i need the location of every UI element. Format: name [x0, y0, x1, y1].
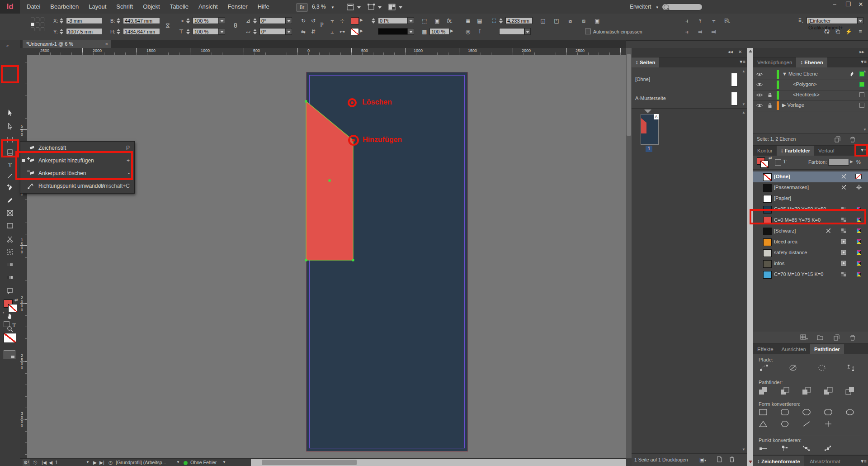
shear-dropdown[interactable] — [286, 28, 292, 35]
tint-field[interactable] — [828, 159, 849, 166]
pathfinder-intersect-icon[interactable] — [802, 387, 811, 396]
toolbar-grip[interactable] — [4, 50, 16, 52]
styles-panel-menu-icon[interactable]: ▼≡ — [860, 459, 866, 464]
scale-x-spinner[interactable] — [186, 17, 190, 24]
menu-hilfe[interactable]: Hilfe — [253, 0, 274, 14]
menu-item-ankerpunkt-hinzuf-gen[interactable]: Ankerpunkt hinzufügen+ — [20, 154, 134, 167]
layer-name[interactable]: <Rechteck> — [793, 92, 820, 97]
scissors-tool[interactable] — [3, 234, 17, 246]
page-number-field[interactable]: 1 — [55, 459, 85, 466]
flip-horizontal-icon[interactable]: ⇋ — [299, 28, 307, 35]
swatches-panel-menu-icon[interactable]: ▼≡ — [860, 147, 866, 152]
next-page-icon[interactable]: ▶ — [93, 459, 97, 466]
layer-row[interactable]: ▼ Meine Ebene — [753, 69, 868, 80]
tab-close-icon[interactable]: × — [105, 40, 108, 48]
minimize-button[interactable]: – — [828, 0, 841, 10]
convert-shape-icon-1[interactable] — [780, 409, 789, 417]
visibility-eye-icon[interactable] — [756, 81, 763, 90]
object-effects-icon[interactable]: ▣ — [433, 17, 441, 24]
lock-icon[interactable] — [767, 92, 773, 100]
page-size-icon[interactable]: ▣▾ — [699, 456, 706, 463]
align-right-icon[interactable]: ⫟ — [710, 17, 718, 24]
delete-layer-icon[interactable] — [849, 136, 856, 144]
visibility-eye-icon[interactable] — [756, 102, 763, 110]
convert-point-icon-3[interactable] — [824, 445, 833, 453]
horizontal-ruler[interactable]: 250020001500100050005001000150020002500 — [27, 48, 626, 55]
bridge-button[interactable]: Br — [296, 3, 308, 12]
shear-field[interactable]: 0° — [259, 28, 286, 35]
rotate-cw-icon[interactable]: ↻ — [299, 17, 307, 24]
line-tool[interactable] — [3, 171, 17, 183]
free-transform-tool[interactable] — [3, 247, 17, 259]
x-field[interactable]: -3 mm — [66, 17, 102, 24]
direct-selection-tool[interactable] — [3, 121, 17, 133]
convert-shape-icon-2[interactable] — [802, 409, 811, 417]
convert-shape-icon-8[interactable] — [824, 420, 833, 429]
y-spinner[interactable] — [60, 28, 64, 35]
scroll-up-icon[interactable]: ▲ — [742, 110, 745, 114]
constrain-scale-icon[interactable]: 8 — [231, 22, 240, 29]
menu-datei[interactable]: Datei — [22, 0, 45, 14]
close-button[interactable]: ✕ — [854, 0, 867, 10]
scale-x-dropdown[interactable] — [219, 17, 225, 24]
rotate-spinner[interactable] — [253, 17, 257, 24]
stroke-weight-spinner[interactable] — [372, 17, 376, 24]
convert-point-icon-2[interactable] — [802, 445, 811, 453]
fill-frame-proportionally-icon[interactable]: ⧈ — [580, 17, 588, 24]
flip-vertical-icon[interactable]: ⇵ — [309, 28, 317, 35]
preflight-menu-icon[interactable]: ⚙! — [23, 459, 30, 466]
close-dock-icon[interactable]: ✕ — [738, 49, 742, 54]
w-field[interactable]: 449,647 mm — [123, 17, 160, 24]
swatch-row--passermarken-[interactable]: [Passermarken] — [753, 182, 868, 193]
last-page-icon[interactable]: ▶| — [99, 459, 104, 466]
profile-dropdown-icon[interactable]: ▼ — [176, 459, 180, 466]
canvas[interactable]: Löschen Hinzufügen — [27, 55, 626, 458]
distribute-left-icon[interactable]: ⫣ — [683, 28, 691, 35]
stroke-color-swatch[interactable] — [351, 28, 359, 35]
quick-apply-icon[interactable]: ⚡ — [844, 28, 853, 35]
tab-pathfinder[interactable]: Pathfinder — [810, 344, 844, 354]
gradient-tool[interactable] — [3, 260, 17, 271]
fit-content-to-frame-icon[interactable]: ▣ — [593, 17, 601, 24]
menu-ansicht[interactable]: Ansicht — [193, 0, 223, 14]
menu-tabelle[interactable]: Tabelle — [165, 0, 193, 14]
toolbar-expand-icon[interactable]: » — [6, 43, 9, 48]
convert-shape-icon-4[interactable] — [845, 409, 854, 417]
stroke-style-field[interactable] — [378, 28, 408, 35]
first-page-icon[interactable]: |◀ — [42, 459, 47, 466]
master-item[interactable]: A-Musterseite — [632, 90, 747, 107]
x-spinner[interactable] — [60, 17, 64, 24]
visibility-eye-icon[interactable] — [756, 71, 763, 79]
delete-swatch-icon[interactable] — [849, 334, 856, 342]
fill-color-swatch[interactable] — [351, 17, 359, 24]
shear-spinner[interactable] — [253, 28, 257, 35]
menu-item-richtungspunkt-umwandeln[interactable]: Richtungspunkt umwandelnUmschalt+C — [20, 180, 134, 192]
select-container-icon[interactable]: ⫟ — [328, 17, 336, 24]
collapse-dock-icon[interactable]: ◀◀ — [728, 50, 733, 54]
corner-options-icon[interactable]: ⛶ — [490, 17, 498, 24]
polygon-object[interactable] — [27, 55, 626, 458]
scroll-down-icon[interactable]: ▼ — [742, 447, 745, 452]
tab-seiten[interactable]: ↕ Seiten — [632, 57, 659, 67]
panel-menu-icon[interactable]: ≡ — [856, 28, 864, 35]
menu-bearbeiten[interactable]: Bearbeiten — [45, 0, 84, 14]
type-tool[interactable]: T — [3, 159, 17, 171]
rotate-dropdown[interactable] — [286, 17, 292, 24]
new-layer-icon[interactable] — [834, 136, 841, 144]
menu-objekt[interactable]: Objekt — [138, 0, 165, 14]
preflight-profile[interactable]: [Grundprofil] (Arbeitsp... — [116, 459, 166, 466]
ruler-origin-box[interactable] — [20, 48, 28, 55]
align-center-icon[interactable]: ⫯ — [696, 17, 704, 24]
swatch-row--ohne-[interactable]: [Ohne] — [753, 171, 868, 182]
new-swatch-group-icon[interactable] — [816, 334, 824, 342]
swap-fill-stroke-icon[interactable]: ⇄ — [14, 298, 18, 302]
vertical-scrollbar[interactable] — [626, 48, 632, 458]
visibility-eye-icon[interactable] — [756, 91, 763, 100]
page-tool[interactable] — [3, 147, 17, 159]
object-style-dropdown[interactable] — [857, 17, 863, 24]
dock-scrollbar[interactable] — [747, 48, 754, 466]
gap-tool[interactable] — [3, 135, 17, 147]
opacity-flyout-arrow[interactable]: ▶ — [450, 29, 453, 33]
clear-overrides-icon[interactable]: 🗘 — [823, 28, 831, 35]
convert-shape-icon-6[interactable] — [780, 420, 789, 429]
